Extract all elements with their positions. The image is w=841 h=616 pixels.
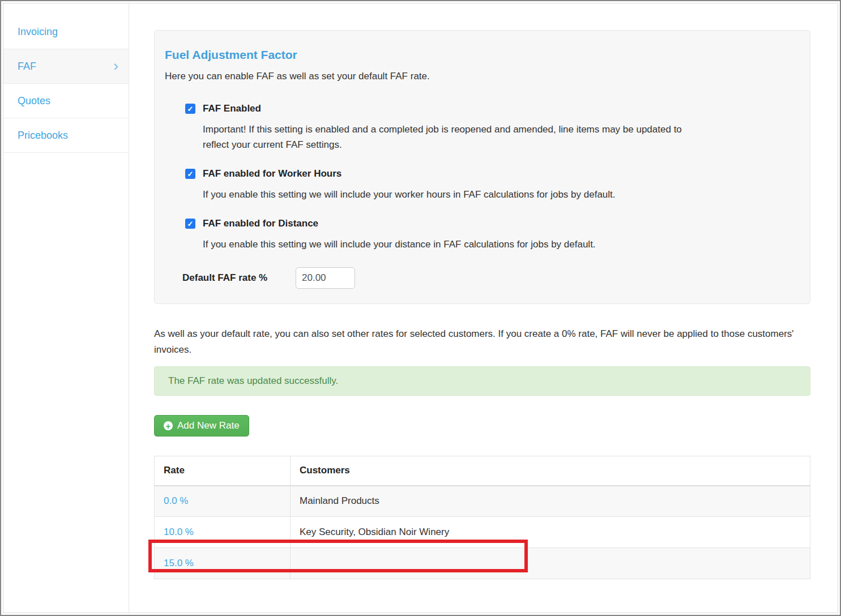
add-new-rate-button[interactable]: + Add New Rate [154,415,249,437]
sidebar-item-quotes[interactable]: Quotes [3,84,129,118]
chevron-right-icon: › [113,49,118,82]
table-row: 15.0 % [155,548,810,579]
sidebar: Invoicing FAF › Quotes Pricebooks [3,3,129,613]
panel-subtitle: Here you can enable FAF as well as set y… [165,71,800,82]
setting-description: If you enable this setting we will inclu… [203,237,690,252]
default-rate-row: Default FAF rate % [182,267,800,289]
sidebar-item-label: Invoicing [18,26,58,37]
panel-title: Fuel Adjustment Factor [165,48,800,62]
default-faf-rate-input[interactable] [296,267,355,289]
plus-circle-icon: + [164,421,173,430]
setting-description: If you enable this setting we will inclu… [203,187,690,202]
sidebar-item-label: FAF [18,61,36,72]
sidebar-item-invoicing[interactable]: Invoicing [3,15,129,49]
customers-cell [291,548,810,579]
setting-label: FAF enabled for Distance [203,218,318,229]
main-content: Fuel Adjustment Factor Here you can enab… [129,3,838,613]
faf-distance-checkbox[interactable]: ✓ [185,219,195,229]
sidebar-item-label: Quotes [18,95,50,106]
check-icon: ✓ [187,220,194,228]
table-header-row: Rate Customers [155,456,810,486]
column-header-rate: Rate [155,456,291,486]
success-alert-text: The FAF rate was updated successfully. [168,375,338,386]
column-header-customers: Customers [291,456,810,486]
table-row: 10.0 % Key Security, Obsidian Noir Winer… [155,517,810,548]
setting-label: FAF enabled for Worker Hours [203,168,341,179]
rate-link[interactable]: 0.0 % [164,495,188,506]
sidebar-item-pricebooks[interactable]: Pricebooks [3,118,129,153]
sidebar-item-label: Pricebooks [18,130,68,141]
add-new-rate-label: Add New Rate [177,420,240,431]
setting-faf-distance: ✓ FAF enabled for Distance If you enable… [165,218,800,252]
rate-link[interactable]: 15.0 % [164,558,194,568]
setting-description: Important! If this setting is enabled an… [203,122,690,152]
check-icon: ✓ [187,170,194,178]
table-row: 0.0 % Mainland Products [155,486,810,517]
faf-enabled-checkbox[interactable]: ✓ [185,104,195,114]
setting-faf-worker-hours: ✓ FAF enabled for Worker Hours If you en… [165,168,800,202]
rates-intro-text: As well as your default rate, you can al… [154,326,810,358]
settings-page: Invoicing FAF › Quotes Pricebooks Fuel A… [0,0,841,616]
setting-faf-enabled: ✓ FAF Enabled Important! If this setting… [165,103,800,152]
rate-link[interactable]: 10.0 % [164,527,194,537]
faf-settings-panel: Fuel Adjustment Factor Here you can enab… [154,30,810,304]
sidebar-item-faf[interactable]: FAF › [3,49,129,84]
success-alert: The FAF rate was updated successfully. [154,366,810,396]
setting-label: FAF Enabled [203,103,261,114]
rates-table: Rate Customers 0.0 % Mainland Products 1… [154,456,810,579]
check-icon: ✓ [187,105,194,113]
customers-cell: Key Security, Obsidian Noir Winery [291,517,810,548]
default-rate-label: Default FAF rate % [182,272,280,284]
content-frame: Invoicing FAF › Quotes Pricebooks Fuel A… [3,3,838,613]
customers-cell: Mainland Products [291,486,810,517]
faf-worker-hours-checkbox[interactable]: ✓ [185,169,195,179]
